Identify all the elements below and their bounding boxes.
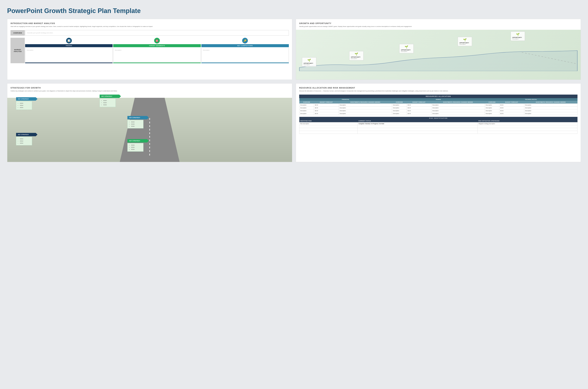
trends-icon-symbol: 📊 [68, 39, 70, 42]
opp-card-4: 🌱 OPPORTUNITY Description [458, 37, 472, 46]
competitors-label: KEY COMPETITORS [201, 44, 289, 47]
r1c1: Description [299, 104, 314, 106]
competitors-header: 🔑 KEY COMPETITORS [201, 38, 289, 47]
resource-row-1: Description $0.00 Description Descriptio… [299, 104, 578, 106]
strategy-1-box: ActionActionAction [16, 101, 32, 110]
competitors-desc: Description [201, 48, 289, 62]
strategy-3-label: KEY STRATEGY [127, 116, 149, 119]
tech-overview-header: OVERVIEW [485, 101, 499, 104]
r4c1: Description [299, 112, 314, 115]
strategy-3-box: ActionActionAction [127, 120, 143, 129]
intro-panel: INTRODUCTION AND MARKET ANALYSIS Start w… [7, 19, 292, 80]
opp-title-5: OPPORTUNITY [512, 37, 523, 38]
opp-card-1: 🌱 OPPORTUNITY Description [302, 57, 316, 67]
strategy-2: KEY STRATEGY ActionActionAction [100, 95, 121, 107]
r3c2: $0.00 [314, 109, 339, 112]
tech-budget-header: BUDGET FORECAST [499, 101, 524, 104]
growth-title: GROWTH AND OPPORTUNITY [299, 22, 578, 24]
risk-r3c2 [358, 128, 478, 131]
opp-desc-5: Description [512, 38, 523, 39]
r4c7: Description [485, 112, 499, 115]
market-label: MARKET ANALYSIS [10, 38, 25, 63]
competitors-col: 🔑 KEY COMPETITORS Description [201, 38, 289, 63]
risk-r2c1 [299, 125, 358, 128]
target-icon: 🎯 [154, 38, 160, 43]
r4c2: $0.00 [314, 112, 339, 115]
target-header: 🎯 TARGET SEGMENTS [113, 38, 201, 47]
overview-label: OVERVIEW [10, 30, 25, 36]
r3c1: Description [299, 109, 314, 112]
opp-icon-4: 🌱 [459, 38, 470, 41]
resource-table: FINANCIAL HUMAN TECHNOLOGICAL OVERVIEW B… [299, 98, 578, 115]
competitors-bottom [201, 63, 289, 63]
fin-overview-header: OVERVIEW [299, 101, 314, 104]
resource-title: RESOURCE ALLOCATION AND RISK MANAGEMENT [299, 87, 578, 89]
r3c9: Description [524, 109, 577, 112]
r2c3: Description [339, 106, 392, 109]
competitors-icon-symbol: 🔑 [243, 39, 246, 42]
strategies-header: STRATEGIES FOR GROWTH Outline key strate… [10, 87, 289, 92]
allocation-title: RESOURCES ALLOCATION [299, 95, 578, 98]
r1c4: Description [392, 104, 407, 106]
opp-desc-2: Description [351, 58, 362, 59]
growth-content: GROWTH AND OPPORTUNITY Identify growth o… [299, 22, 578, 76]
r1c2: $0.00 [314, 104, 339, 106]
r1c6: Description [431, 104, 485, 106]
opp-icon-3: 🌱 [401, 45, 412, 49]
intro-title: INTRODUCTION AND MARKET ANALYSIS [10, 22, 289, 24]
overview-box: Describe your growth strategy and vision… [25, 30, 289, 36]
r2c7: Description [485, 106, 499, 109]
risk-r2c2 [358, 125, 478, 128]
resource-row-3: Description $0.00 Description Descriptio… [299, 109, 578, 112]
opportunity-chart: 🌱 OPPORTUNITY Description 🌱 OPPORTUNITY … [299, 30, 578, 76]
risk-r1c1: Risk description [299, 122, 358, 125]
risk-row-2 [299, 125, 578, 128]
strategy-1-actions: ActionActionAction [20, 102, 31, 109]
hum-invest-header: INVESTMENTS/ RESOURCE CHANGES NEEDED [431, 101, 485, 104]
market-row: MARKET ANALYSIS 📊 TRENDS Description [10, 38, 289, 63]
financial-header: FINANCIAL [299, 98, 392, 101]
intro-desc: Start with an engaging overview of your … [10, 26, 289, 28]
r3c8: $0.00 [499, 109, 524, 112]
risk-row-1: Risk description Complete / Overdue / In… [299, 122, 578, 125]
r2c8: $0.00 [499, 106, 524, 109]
page-title: PowerPoint Growth Strategic Plan Templat… [7, 7, 581, 15]
risk-section-title: RISK IDENTIFICATION [299, 117, 578, 120]
r2c9: Description [524, 106, 577, 109]
opp-desc-3: Description [401, 51, 412, 52]
trends-header: 📊 TRENDS [25, 38, 113, 47]
risk-header-1: IDENTIFIED RISK [299, 120, 358, 122]
resource-row-2: Description $0.00 Description Descriptio… [299, 106, 578, 109]
strategy-4-actions: ActionActionAction [20, 138, 31, 144]
strategy-3-actions: ActionActionAction [131, 121, 142, 127]
strategy-2-actions: ActionActionAction [103, 99, 114, 106]
risk-r1c2: Complete / Overdue / In Progress / On Ho… [358, 122, 478, 125]
r1c9: Description [524, 104, 577, 106]
wave-svg [299, 50, 578, 71]
opp-desc-1: Description [304, 64, 315, 65]
trends-icon: 📊 [66, 38, 72, 43]
opp-icon-1: 🌱 [304, 59, 315, 62]
r1c7: Description [485, 104, 499, 106]
target-label: TARGET SEGMENTS [113, 44, 201, 47]
r4c4: Description [392, 112, 407, 115]
r2c5: $0.00 [407, 106, 431, 109]
target-bottom [113, 63, 201, 63]
r4c6: Description [431, 112, 485, 115]
trends-bottom [25, 63, 113, 63]
target-segments-col: 🎯 TARGET SEGMENTS Description [113, 38, 201, 63]
strategy-4-box: ActionActionAction [16, 137, 32, 145]
risk-r1c3: Mitigation strategy description [478, 122, 577, 125]
competitors-icon: 🔑 [242, 38, 248, 43]
strategies-title: STRATEGIES FOR GROWTH [10, 87, 289, 89]
strategy-5-actions: ActionActionAction [131, 144, 142, 151]
risk-r3c3 [478, 128, 577, 131]
opp-title-4: OPPORTUNITY [459, 42, 470, 44]
hum-budget-header: BUDGET FORECAST [407, 101, 431, 104]
tech-invest-header: INVESTMENTS/ RESOURCE CHANGES NEEDED [524, 101, 577, 104]
r2c2: $0.00 [314, 106, 339, 109]
opp-card-3: 🌱 OPPORTUNITY Description [399, 44, 414, 53]
r1c8: $0.00 [499, 104, 524, 106]
r4c9: Description [524, 112, 577, 115]
risk-row-3 [299, 128, 578, 131]
